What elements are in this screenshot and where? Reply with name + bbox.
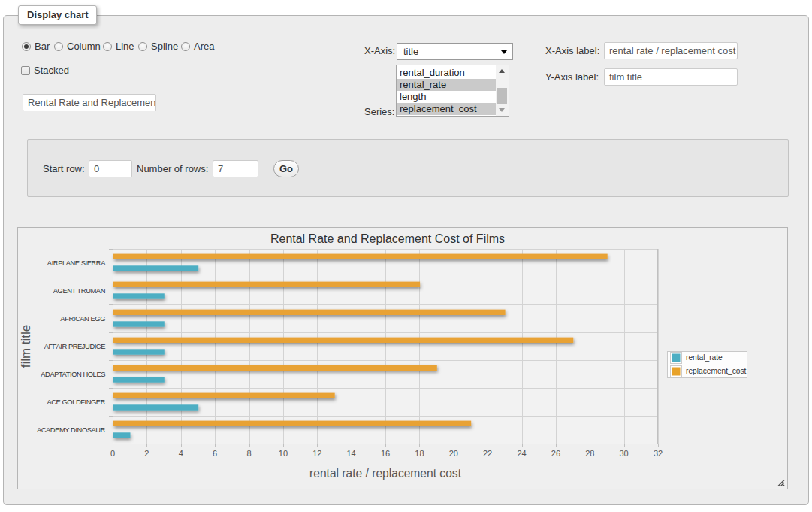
svg-text:0: 0 (110, 449, 115, 458)
svg-text:AGENT TRUMAN: AGENT TRUMAN (53, 286, 105, 295)
svg-text:AFFAIR PREJUDICE: AFFAIR PREJUDICE (44, 342, 106, 350)
svg-text:replacement_cost: replacement_cost (686, 367, 747, 375)
svg-text:AFRICAN EGG: AFRICAN EGG (60, 314, 105, 323)
svg-text:20: 20 (449, 449, 458, 458)
svg-text:22: 22 (483, 449, 492, 458)
svg-text:18: 18 (415, 449, 424, 458)
svg-text:8: 8 (246, 449, 251, 458)
svg-text:26: 26 (551, 449, 560, 458)
svg-text:32: 32 (654, 449, 663, 458)
svg-text:10: 10 (279, 449, 288, 458)
svg-text:6: 6 (213, 449, 217, 458)
svg-text:30: 30 (619, 449, 628, 458)
svg-text:ADAPTATION HOLES: ADAPTATION HOLES (41, 370, 105, 378)
svg-text:film title: film title (19, 325, 33, 368)
svg-text:16: 16 (381, 449, 390, 458)
svg-text:Rental Rate and Replacement Co: Rental Rate and Replacement Cost of Film… (270, 232, 505, 245)
svg-text:ACADEMY DINOSAUR: ACADEMY DINOSAUR (37, 426, 106, 434)
svg-text:2: 2 (144, 449, 149, 458)
svg-text:rental rate / replacement cost: rental rate / replacement cost (309, 467, 462, 480)
svg-text:AIRPLANE SIERRA: AIRPLANE SIERRA (47, 259, 106, 267)
svg-text:24: 24 (517, 449, 526, 458)
svg-text:4: 4 (179, 449, 183, 458)
svg-text:ACE GOLDFINGER: ACE GOLDFINGER (47, 398, 105, 406)
svg-text:14: 14 (346, 449, 355, 458)
svg-text:28: 28 (585, 449, 594, 458)
svg-text:rental_rate: rental_rate (686, 353, 723, 362)
svg-text:12: 12 (312, 449, 321, 458)
